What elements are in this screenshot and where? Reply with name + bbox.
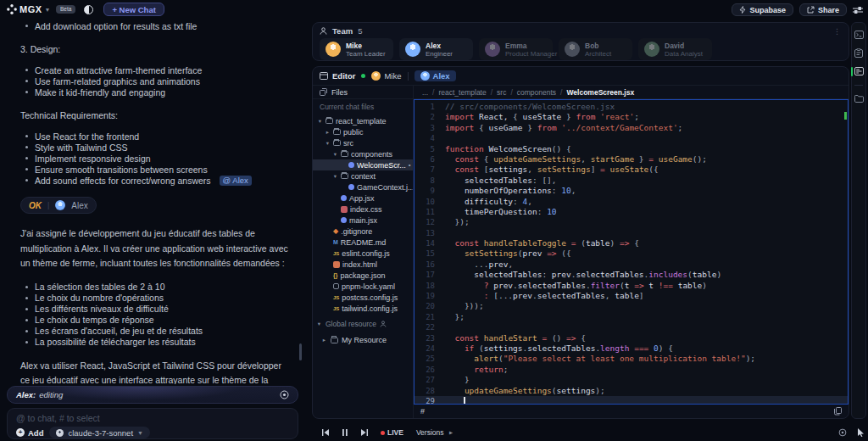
breadcrumb-separator: / — [560, 88, 562, 97]
code-line[interactable]: 7 const [settings, setSettings] = useSta… — [415, 165, 848, 175]
new-chat-button[interactable]: + New Chat — [103, 3, 164, 16]
breadcrumb-item[interactable]: ... — [422, 88, 428, 97]
chat-scrollbar[interactable] — [299, 343, 302, 360]
feature-list-item: Les écrans d'accueil, de jeu et de résul… — [20, 326, 295, 337]
pause-button[interactable] — [342, 429, 348, 436]
tech-list-item: Style with Tailwind CSS — [20, 142, 295, 153]
code-line[interactable]: 20 })); — [415, 301, 848, 311]
terminal-panel-button[interactable] — [851, 31, 866, 39]
share-button[interactable]: Share — [799, 3, 847, 16]
skip-back-button[interactable] — [322, 429, 330, 436]
file-tree-item[interactable]: {}package.json — [313, 270, 413, 281]
team-member-mike[interactable]: MikeTeam Leader — [320, 38, 393, 60]
team-member-bob[interactable]: BobArchitect — [559, 38, 632, 60]
code-line[interactable]: 11 timePerQuestion: 10 — [415, 207, 848, 217]
breadcrumb-item[interactable]: WelcomeScreen.jsx — [566, 88, 634, 97]
code-line[interactable]: 21 }; — [415, 312, 848, 322]
file-tree-item[interactable]: main.jsx — [313, 215, 413, 226]
tech-list-item: Implement responsive design — [20, 153, 295, 164]
copy-icon[interactable] — [834, 407, 842, 416]
code-line[interactable]: 28 updateGameSettings(settings); — [415, 386, 848, 396]
file-tree-item[interactable]: ▾src — [313, 137, 413, 148]
file-tree-item[interactable]: WelcomeScr...• — [313, 159, 413, 170]
bullet-icon — [25, 297, 28, 299]
team-member-alex[interactable]: AlexEngineer — [399, 38, 473, 60]
settings-sliders-icon[interactable] — [853, 6, 863, 14]
code-line[interactable]: 6 const { updateGameSettings, startGame … — [415, 154, 848, 165]
agent-editing-statusbar[interactable]: Alex: editing — [7, 386, 298, 404]
code-line[interactable]: 3import { useGame } from '../context/Gam… — [415, 123, 848, 133]
feature-list-item-label: Le choix du temps de réponse — [35, 315, 154, 325]
line-number: 22 — [415, 322, 435, 332]
file-tree-item[interactable]: JSpostcss.config.js — [313, 292, 413, 303]
code-line[interactable]: 15 setSettings(prev => ({ — [415, 248, 848, 259]
versions-button[interactable]: Versions ▼ — [416, 428, 453, 437]
code-line[interactable]: 19 : [...prev.selectedTables, table] — [415, 291, 848, 301]
editor-panel-button[interactable] — [851, 67, 866, 75]
file-tree-item[interactable]: GameContext.j... — [313, 181, 413, 193]
more-menu-icon[interactable]: ⋮ — [833, 27, 842, 36]
team-title: Team — [332, 26, 353, 36]
breadcrumb-item[interactable]: components — [517, 88, 556, 97]
file-tree-item[interactable]: ▾components — [313, 148, 413, 159]
code-line[interactable]: 14 const handleTableToggle = (table) => … — [415, 238, 848, 248]
supabase-button[interactable]: Supabase — [732, 3, 793, 16]
code-line[interactable]: 16 ...prev, — [415, 260, 848, 270]
target-icon[interactable] — [280, 390, 289, 399]
tech-list-item: Use React for the frontend — [20, 131, 295, 142]
code-line[interactable]: 5function WelcomeScreen() { — [415, 144, 848, 154]
feature-list: La sélection des tables de 2 à 10Le choi… — [20, 282, 295, 348]
team-member-emma[interactable]: EmmaProduct Manager — [479, 38, 553, 60]
my-resource-item[interactable]: ▸ My Resource — [313, 336, 413, 344]
team-member-david[interactable]: DavidData Analyst — [638, 38, 712, 60]
code-line[interactable]: 23 const handleStart = () => { — [415, 333, 848, 343]
tab-alex-active[interactable]: Alex — [415, 70, 456, 81]
file-name: App.jsx — [349, 194, 375, 203]
file-tree-item[interactable]: JStailwind.config.js — [313, 303, 413, 314]
file-tree-item[interactable]: App.jsx — [313, 193, 413, 204]
code-line[interactable]: 18 ? prev.selectedTables.filter(t => t !… — [415, 281, 848, 291]
global-resource-section[interactable]: ▾ Global resource — [313, 320, 413, 328]
editor-tab[interactable]: Editor — [320, 71, 355, 81]
mgx-logo[interactable]: MGX ▼ — [7, 4, 51, 14]
code-line[interactable]: 13 — [415, 228, 848, 238]
code-line[interactable]: 2import React, { useState } from 'react'… — [415, 112, 848, 122]
code-line[interactable]: 8 selectedTables: [], — [415, 176, 848, 186]
file-tree-item[interactable]: index.css — [313, 204, 413, 215]
record-target-icon[interactable] — [838, 428, 847, 437]
file-tree-item[interactable]: pnpm-lock.yaml — [313, 281, 413, 292]
chat-input[interactable]: @ to chat, # to select + Add claude-3-7-… — [7, 408, 298, 439]
tasks-panel-button[interactable] — [851, 48, 866, 58]
file-tree-item[interactable]: ▸public — [313, 126, 413, 137]
code-line[interactable]: 25 alert("Please select at least one mul… — [415, 354, 848, 364]
skip-forward-button[interactable] — [360, 429, 368, 436]
files-panel-button[interactable] — [851, 95, 866, 103]
breadcrumb-item[interactable]: src — [497, 88, 506, 97]
mention-chip[interactable]: @ Alex — [220, 176, 252, 186]
code-line[interactable]: 10 difficulty: 4, — [415, 197, 848, 207]
code-line[interactable]: 12 }); — [415, 217, 848, 227]
code-line[interactable]: 27 } — [415, 375, 848, 385]
code-line[interactable]: 4 — [415, 133, 848, 143]
tab-mike[interactable]: Mike — [371, 71, 401, 81]
code-line[interactable]: 1// src/components/WelcomeScreen.jsx — [415, 102, 848, 112]
code-line[interactable]: 17 selectedTables: prev.selectedTables.i… — [415, 270, 848, 280]
file-tree-item[interactable]: index.html — [313, 259, 413, 270]
file-tree-item[interactable]: ▾react_template — [313, 115, 413, 126]
breadcrumb-item[interactable]: react_template — [438, 88, 486, 97]
live-indicator[interactable]: LIVE — [381, 428, 403, 437]
sidebar-toggle-icon[interactable] — [84, 5, 93, 14]
file-tree-item[interactable]: ▾context — [313, 170, 413, 181]
model-selector[interactable]: claude-3-7-sonnet ▼ — [49, 427, 150, 438]
code-line[interactable]: 24 if (settings.selectedTables.length ==… — [415, 343, 848, 354]
code-line[interactable]: 26 return; — [415, 365, 848, 375]
code-line[interactable]: 22 — [415, 322, 848, 332]
file-tree-item[interactable]: MREADME.md — [313, 237, 413, 248]
code-editor[interactable]: 1// src/components/WelcomeScreen.jsx2imp… — [414, 99, 849, 405]
code-line[interactable]: 29 — [415, 396, 848, 405]
file-tree-item[interactable]: JSeslint.config.js — [313, 248, 413, 259]
add-button[interactable]: + Add — [16, 428, 43, 438]
file-tree-item[interactable]: ◆.gitignore — [313, 226, 413, 237]
cursor-pointer-icon[interactable] — [857, 428, 865, 437]
code-line[interactable]: 9 numberOfOperations: 10, — [415, 186, 848, 196]
